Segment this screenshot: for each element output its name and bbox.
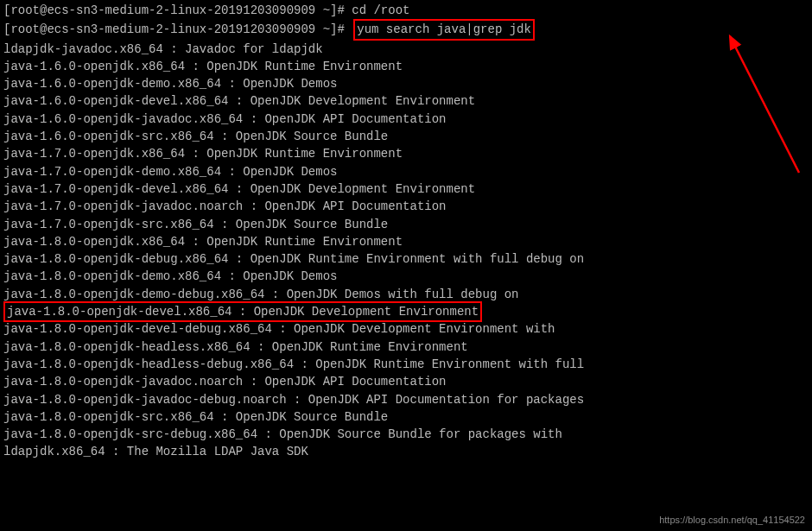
output-line: java-1.7.0-openjdk-src.x86_64 : OpenJDK … — [3, 216, 809, 233]
output-line: java-1.8.0-openjdk-javadoc.noarch : Open… — [3, 373, 809, 390]
output-line: java-1.7.0-openjdk-demo.x86_64 : OpenJDK… — [3, 163, 809, 180]
output-line: java-1.7.0-openjdk-javadoc.noarch : Open… — [3, 198, 809, 215]
output-line: ldapjdk-javadoc.x86_64 : Javadoc for lda… — [3, 41, 809, 58]
output-line: java-1.8.0-openjdk-src-debug.x86_64 : Op… — [3, 426, 809, 443]
prompt-line: [root@ecs-sn3-medium-2-linux-20191203090… — [3, 2, 809, 19]
output-line: java-1.8.0-openjdk-devel-debug.x86_64 : … — [3, 320, 809, 338]
output-line: java-1.8.0-openjdk-debug.x86_64 : OpenJD… — [3, 250, 809, 268]
output-line: java-1.8.0-openjdk-demo.x86_64 : OpenJDK… — [3, 268, 809, 285]
prompt-line: [root@ecs-sn3-medium-2-linux-20191203090… — [3, 19, 809, 40]
output-line: java-1.6.0-openjdk-devel.x86_64 : OpenJD… — [3, 92, 809, 110]
output-line: java-1.6.0-openjdk-src.x86_64 : OpenJDK … — [3, 128, 809, 145]
output-line: java-1.6.0-openjdk-demo.x86_64 : OpenJDK… — [3, 75, 809, 92]
output-line: java-1.8.0-openjdk-headless-debug.x86_64… — [3, 356, 809, 373]
watermark: https://blog.csdn.net/qq_41154522 — [659, 514, 805, 528]
output-line: java-1.6.0-openjdk.x86_64 : OpenJDK Runt… — [3, 58, 809, 75]
output-line: java-1.7.0-openjdk-devel.x86_64 : OpenJD… — [3, 180, 809, 198]
output-line: java-1.8.0-openjdk-demo-debug.x86_64 : O… — [3, 286, 809, 303]
output-line: ldapjdk.x86_64 : The Mozilla LDAP Java S… — [3, 443, 809, 460]
highlighted-command: yum search java|grep jdk — [353, 19, 535, 40]
highlighted-output-line: java-1.8.0-openjdk-devel.x86_64 : OpenJD… — [3, 301, 482, 322]
output-line: java-1.7.0-openjdk.x86_64 : OpenJDK Runt… — [3, 145, 809, 162]
terminal-output[interactable]: [root@ecs-sn3-medium-2-linux-20191203090… — [3, 2, 809, 461]
output-line: java-1.8.0-openjdk-headless.x86_64 : Ope… — [3, 338, 809, 356]
output-line: java-1.8.0-openjdk-javadoc-debug.noarch … — [3, 391, 809, 408]
output-line: java-1.6.0-openjdk-javadoc.x86_64 : Open… — [3, 111, 809, 128]
output-line: java-1.8.0-openjdk-src.x86_64 : OpenJDK … — [3, 408, 809, 426]
output-line: java-1.8.0-openjdk.x86_64 : OpenJDK Runt… — [3, 233, 809, 250]
